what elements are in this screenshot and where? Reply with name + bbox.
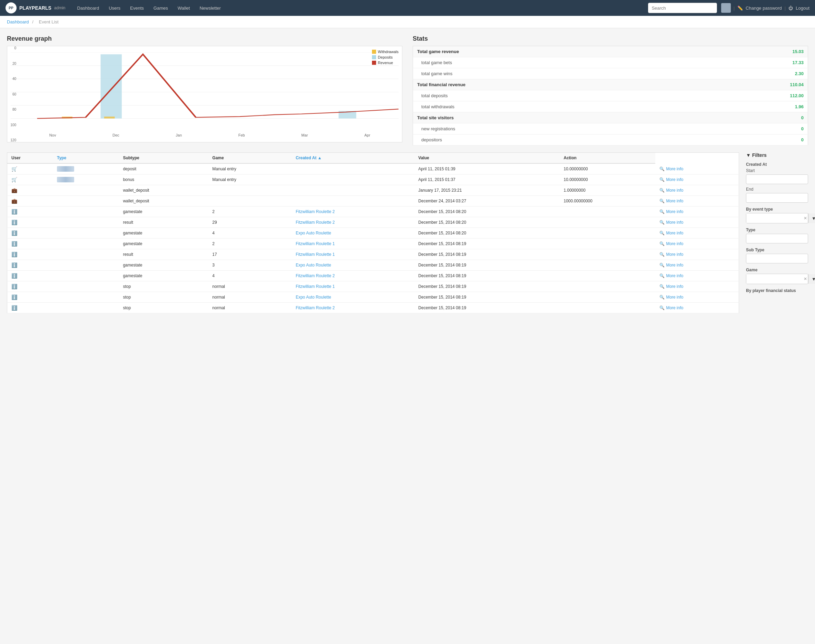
search-input[interactable] [648,3,717,13]
magnifier-icon: 🔍 [660,177,664,182]
game-link[interactable]: Expo Auto Roulette [296,295,331,300]
more-info-link[interactable]: 🔍 More info [660,209,735,214]
stats-row: total withdrawals1.96 [413,101,808,112]
cell-type: stop [119,303,208,313]
col-created[interactable]: Created At ▲ [292,153,414,164]
more-info-link[interactable]: 🔍 More info [660,284,735,289]
brand: PP PLAYPEARLS admin [6,2,66,14]
end-date-input[interactable] [746,193,808,203]
game-select[interactable] [746,274,804,284]
cell-value [560,281,656,292]
stats-row: depositors0 [413,135,808,146]
filter-type: Type [746,227,808,244]
stats-row: total game wins2.30 [413,68,808,79]
game-link[interactable]: Expo Auto Roulette [296,263,331,268]
col-action[interactable]: Action [560,153,656,164]
player-financial-label: By player financial status [746,288,808,293]
event-type-clear[interactable]: ✕ [804,216,807,221]
info-icon: ℹ️ [11,273,17,279]
magnifier-icon: 🔍 [660,305,664,310]
more-info-link[interactable]: 🔍 More info [660,273,735,278]
legend-deposits-label: Deposits [378,55,393,59]
game-clear[interactable]: ✕ [804,276,807,281]
more-info-link[interactable]: 🔍 More info [660,252,735,257]
game-link[interactable]: Fitzwilliam Roulette 2 [296,220,335,225]
col-subtype[interactable]: Subtype [119,153,208,164]
game-link[interactable]: Fitzwilliam Roulette 1 [296,241,335,246]
cell-game: Fitzwilliam Roulette 1 [292,281,414,292]
game-link[interactable]: Fitzwilliam Roulette 2 [296,209,335,214]
stats-table: Total game revenue15.03total game bets17… [413,46,808,146]
event-type-select[interactable] [746,213,804,223]
cell-icon: 🛒 [7,163,53,175]
cell-icon: ℹ️ [7,303,53,313]
more-info-link[interactable]: 🔍 More info [660,295,735,300]
more-info-link[interactable]: 🔍 More info [660,177,735,182]
nav-newsletter[interactable]: Newsletter [195,0,225,16]
table-row: ℹ️ gamestate 2 Fitzwilliam Roulette 2 De… [7,207,739,217]
cell-type: result [119,249,208,260]
game-link[interactable]: Fitzwilliam Roulette 2 [296,305,335,310]
cell-created: April 11, 2015 01:37 [414,175,559,185]
more-info-link[interactable]: 🔍 More info [660,167,735,171]
cell-created: December 15, 2014 08:19 [414,239,559,249]
nav-right: | ✏️ Change password | ⏻ Logout [721,3,809,13]
cell-icon: ℹ️ [7,281,53,292]
breadcrumb-home[interactable]: Dashboard [7,19,29,25]
nav-dashboard[interactable]: Dashboard [72,0,104,16]
cell-game: Expo Auto Roulette [292,228,414,239]
cell-user [53,217,119,228]
cell-created: December 15, 2014 08:20 [414,207,559,217]
admin-label: admin [54,6,66,10]
magnifier-icon: 🔍 [660,273,664,278]
logout-link[interactable]: Logout [796,6,809,11]
start-date-input[interactable] [746,175,808,184]
filters-panel: ▼ Filters Created At Start End By event … [739,152,808,297]
event-type-dropdown-btn[interactable]: ▼ [809,213,815,223]
cell-game: Fitzwilliam Roulette 1 [292,239,414,249]
info-icon: ℹ️ [11,284,17,289]
stats-section: Stats Total game revenue15.03total game … [413,35,808,146]
cell-subtype: 2 [208,239,292,249]
cell-game: Fitzwilliam Roulette 2 [292,303,414,313]
subtype-input[interactable] [746,254,808,264]
type-input[interactable] [746,234,808,244]
nav-users[interactable]: Users [104,0,125,16]
more-info-link[interactable]: 🔍 More info [660,263,735,268]
more-info-link[interactable]: 🔍 More info [660,199,735,203]
game-link[interactable]: Fitzwilliam Roulette 1 [296,284,335,289]
stats-label: total game wins [413,68,697,79]
more-info-link[interactable]: 🔍 More info [660,231,735,235]
info-icon: ℹ️ [11,262,17,268]
cell-action: 🔍 More info [655,249,739,260]
magnifier-icon: 🔍 [660,252,664,257]
more-info-link[interactable]: 🔍 More info [660,305,735,310]
more-info-link[interactable]: 🔍 More info [660,188,735,193]
col-game[interactable]: Game [208,153,292,164]
created-at-label: Created At [746,162,808,167]
brand-logo: PP [6,2,17,14]
cell-game: Fitzwilliam Roulette 2 [292,271,414,281]
event-type-label: By event type [746,207,808,212]
col-value[interactable]: Value [414,153,559,164]
more-info-link[interactable]: 🔍 More info [660,220,735,225]
stats-value: 110.04 [697,79,808,90]
cell-user [53,249,119,260]
legend-withdrawals-box [372,50,376,54]
pencil-icon: ✏️ [737,6,743,11]
nav-games[interactable]: Games [149,0,173,16]
type-label: Type [746,227,808,232]
game-link[interactable]: Fitzwilliam Roulette 2 [296,273,335,278]
more-info-link[interactable]: 🔍 More info [660,241,735,246]
legend-revenue-label: Revenue [378,61,393,65]
game-dropdown-btn[interactable]: ▼ [809,274,815,284]
nav-wallet[interactable]: Wallet [173,0,195,16]
col-user[interactable]: User [7,153,53,164]
nav-events[interactable]: Events [125,0,149,16]
cell-created: December 15, 2014 08:19 [414,292,559,303]
cell-user [53,228,119,239]
col-type[interactable]: Type [53,153,119,164]
game-link[interactable]: Expo Auto Roulette [296,231,331,235]
game-link[interactable]: Fitzwilliam Roulette 1 [296,252,335,257]
change-password-link[interactable]: Change password [746,6,782,11]
